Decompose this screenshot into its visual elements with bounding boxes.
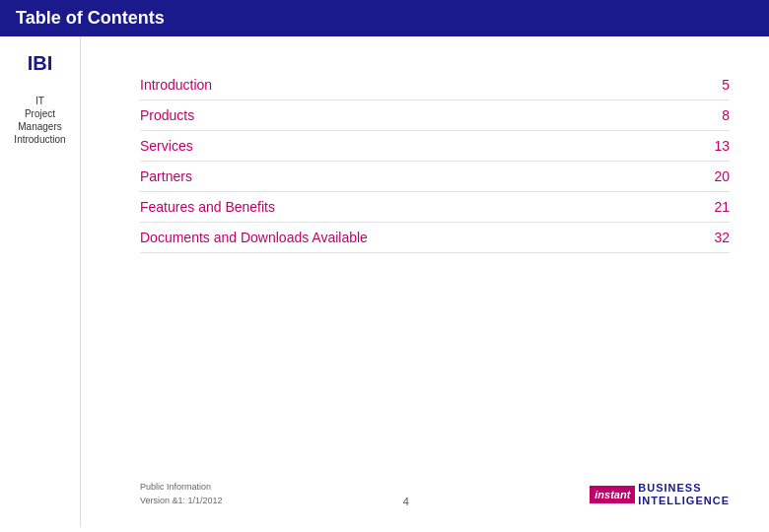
header: Table of Contents xyxy=(0,0,769,36)
toc-table: Introduction5Products8Services13Partners… xyxy=(140,70,730,253)
footer-left: Public Information Version &1: 1/1/2012 xyxy=(140,481,223,507)
toc-label: Services xyxy=(140,138,700,154)
toc-row: Products8 xyxy=(140,100,730,131)
page-title: Table of Contents xyxy=(16,8,165,29)
footer-brand: instant BUSINESS INTELLIGENCE xyxy=(590,482,730,507)
toc-row: Documents and Downloads Available32 xyxy=(140,223,730,253)
toc-row: Partners20 xyxy=(140,162,730,192)
footer-page-number: 4 xyxy=(403,496,409,507)
main-layout: IBI ITProjectManagersIntroduction Introd… xyxy=(0,36,769,527)
toc-page: 20 xyxy=(700,168,730,184)
toc-page: 32 xyxy=(700,230,730,245)
toc-page: 21 xyxy=(700,199,730,215)
brand-line2: INTELLIGENCE xyxy=(638,495,730,507)
sidebar-nav-item: ITProjectManagersIntroduction xyxy=(14,95,65,146)
toc-row: Services13 xyxy=(140,131,730,162)
toc-label: Features and Benefits xyxy=(140,199,700,215)
brand-instant-label: instant xyxy=(590,486,635,503)
toc-label: Documents and Downloads Available xyxy=(140,230,700,245)
toc-label: Products xyxy=(140,107,700,123)
footer: Public Information Version &1: 1/1/2012 … xyxy=(140,471,730,507)
toc-page: 5 xyxy=(700,77,730,93)
toc-label: Partners xyxy=(140,168,700,184)
toc-page: 13 xyxy=(700,138,730,154)
main-content: Introduction5Products8Services13Partners… xyxy=(81,36,769,527)
sidebar-logo: IBI xyxy=(28,52,53,75)
toc-row: Features and Benefits21 xyxy=(140,192,730,223)
footer-left-line1: Public Information xyxy=(140,482,211,492)
toc-page: 8 xyxy=(700,107,730,123)
footer-left-line2: Version &1: 1/1/2012 xyxy=(140,496,223,505)
brand-text: BUSINESS INTELLIGENCE xyxy=(638,482,730,507)
brand-line1: BUSINESS xyxy=(638,482,730,495)
toc-label: Introduction xyxy=(140,77,700,93)
sidebar: IBI ITProjectManagersIntroduction xyxy=(0,36,81,527)
toc-row: Introduction5 xyxy=(140,70,730,100)
brand-box: instant BUSINESS INTELLIGENCE xyxy=(590,482,730,507)
